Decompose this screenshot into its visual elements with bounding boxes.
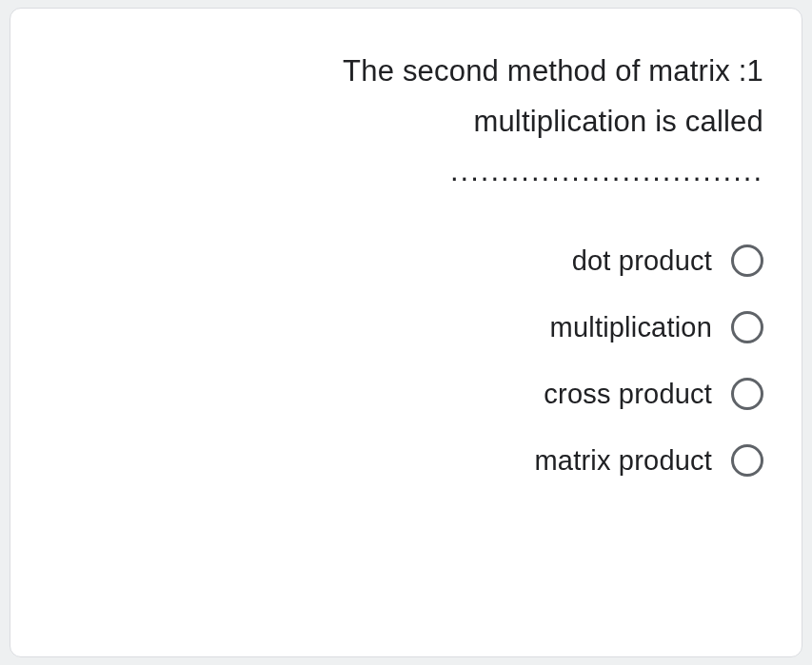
option-matrix-product[interactable]: matrix product — [534, 444, 763, 477]
question-card: The second method of matrix :1 multiplic… — [10, 8, 802, 657]
radio-icon — [731, 444, 763, 477]
option-label: multiplication — [550, 312, 712, 343]
option-cross-product[interactable]: cross product — [544, 378, 763, 410]
option-label: dot product — [572, 245, 712, 277]
question-line-1: The second method of matrix :1 — [49, 47, 763, 97]
radio-icon — [731, 311, 763, 343]
radio-icon — [731, 378, 763, 410]
option-label: cross product — [544, 379, 712, 410]
options-list: dot product multiplication cross product… — [49, 244, 763, 477]
option-dot-product[interactable]: dot product — [572, 244, 763, 277]
question-line-2: multiplication is called — [49, 97, 763, 147]
option-multiplication[interactable]: multiplication — [550, 311, 763, 343]
option-label: matrix product — [534, 445, 712, 477]
question-dots: ............................... — [49, 147, 763, 197]
radio-icon — [731, 244, 763, 277]
question-text: The second method of matrix :1 multiplic… — [49, 47, 763, 197]
